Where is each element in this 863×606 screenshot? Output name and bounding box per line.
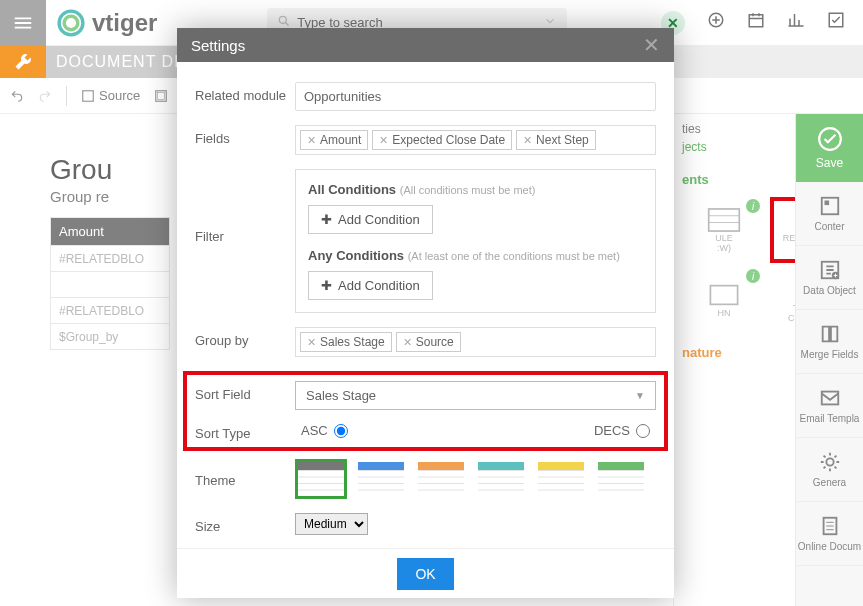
svg-rect-18 (710, 286, 737, 305)
info-badge-icon: i (746, 269, 760, 283)
filter-any-title: Any Conditions (308, 248, 404, 263)
label-size: Size (195, 513, 295, 535)
filter-box: All Conditions (All conditions must be m… (295, 169, 656, 313)
tasks-icon[interactable] (827, 11, 845, 34)
svg-rect-3 (749, 15, 763, 27)
sort-highlight: Sort Field Sales Stage ▼ Sort Type ASC D… (183, 371, 668, 451)
ok-button[interactable]: OK (397, 558, 453, 590)
remove-chip-icon[interactable]: ✕ (403, 336, 412, 349)
settings-modal: Settings ✕ Related module Opportunities … (177, 28, 674, 598)
theme-picker (295, 459, 656, 499)
fields-multiselect[interactable]: ✕Amount ✕Expected Close Date ✕Next Step (295, 125, 656, 155)
plus-icon: ✚ (321, 278, 332, 293)
svg-rect-23 (821, 198, 838, 215)
modal-close-button[interactable]: ✕ (643, 33, 660, 57)
top-icons: ✕ (661, 11, 863, 35)
label-group-by: Group by (195, 327, 295, 357)
toolbar-merge-fields[interactable]: Merge Fields (796, 310, 864, 374)
remove-chip-icon[interactable]: ✕ (379, 134, 388, 147)
theme-yellow[interactable] (535, 459, 587, 499)
sort-asc-radio[interactable]: ASC (301, 423, 348, 438)
plus-icon: ✚ (321, 212, 332, 227)
filter-all-title: All Conditions (308, 182, 396, 197)
label-theme: Theme (195, 459, 295, 499)
chevron-down-icon: ▼ (635, 390, 645, 401)
hamburger-icon (12, 12, 34, 34)
modal-footer: OK (177, 548, 674, 598)
add-any-condition-button[interactable]: ✚Add Condition (308, 271, 433, 300)
separator (66, 86, 67, 106)
group-by-multiselect[interactable]: ✕Sales Stage ✕Source (295, 327, 656, 357)
wrench-icon[interactable] (0, 46, 46, 78)
brand-name: vtiger (92, 9, 157, 37)
toolbar-content[interactable]: Conter (796, 182, 864, 246)
modal-body: Related module Opportunities Fields ✕Amo… (177, 62, 674, 548)
filter-any-hint: (At least one of the conditions must be … (408, 250, 620, 262)
theme-teal[interactable] (475, 459, 527, 499)
brand-logo: vtiger (54, 6, 157, 40)
toolbar-general[interactable]: Genera (796, 438, 864, 502)
right-toolbar: Save Conter Data Object Merge Fields Ema… (795, 114, 863, 606)
svg-rect-8 (709, 209, 740, 231)
label-fields: Fields (195, 125, 295, 155)
table-row: #RELATEDBLO (51, 297, 169, 323)
svg-rect-7 (158, 92, 165, 99)
tab-properties[interactable]: ties (682, 122, 701, 136)
sort-field-select[interactable]: Sales Stage ▼ (295, 381, 656, 410)
calendar-icon[interactable] (747, 11, 765, 34)
table-header: Amount (51, 218, 169, 245)
svg-rect-27 (821, 392, 838, 405)
save-button[interactable]: Save (796, 114, 864, 182)
field-chip[interactable]: ✕Next Step (516, 130, 596, 150)
label-filter: Filter (195, 169, 295, 313)
add-all-condition-button[interactable]: ✚Add Condition (308, 205, 433, 234)
toolbar-data-objects[interactable]: Data Object (796, 246, 864, 310)
theme-green[interactable] (595, 459, 647, 499)
plus-icon[interactable] (707, 11, 725, 34)
theme-gray[interactable] (295, 459, 347, 499)
toolbar-email-template[interactable]: Email Templa (796, 374, 864, 438)
theme-orange[interactable] (415, 459, 467, 499)
menu-toggle-button[interactable] (0, 0, 46, 46)
svg-point-28 (826, 458, 833, 465)
remove-chip-icon[interactable]: ✕ (307, 336, 316, 349)
modal-header: Settings ✕ (177, 28, 674, 62)
remove-chip-icon[interactable]: ✕ (307, 134, 316, 147)
sort-desc-radio[interactable]: DECS (594, 423, 650, 438)
component-rel-module[interactable]: i ULE :W) (682, 197, 766, 263)
component-hn[interactable]: i HN (682, 267, 766, 333)
groupby-chip[interactable]: ✕Source (396, 332, 461, 352)
filter-all-hint: (All conditions must be met) (400, 184, 536, 196)
groupby-chip[interactable]: ✕Sales Stage (300, 332, 392, 352)
svg-line-1 (286, 23, 289, 26)
logo-icon (54, 6, 88, 40)
remove-chip-icon[interactable]: ✕ (523, 134, 532, 147)
table-row: $Group_by (51, 323, 169, 349)
toolbar-online-docs[interactable]: Online Docum (796, 502, 864, 566)
modal-title: Settings (191, 37, 245, 54)
table-row (51, 271, 169, 297)
label-sort-field: Sort Field (195, 381, 295, 410)
preview-table[interactable]: Amount #RELATEDBLO #RELATEDBLO $Group_by (50, 217, 170, 350)
svg-rect-24 (824, 201, 829, 206)
svg-point-0 (280, 16, 287, 23)
field-chip[interactable]: ✕Expected Close Date (372, 130, 512, 150)
template-button[interactable] (154, 89, 168, 103)
info-badge-icon: i (746, 199, 760, 213)
undo-button[interactable] (10, 89, 24, 103)
label-sort-type: Sort Type (195, 420, 295, 441)
field-chip[interactable]: ✕Amount (300, 130, 368, 150)
source-button[interactable]: Source (81, 88, 140, 103)
svg-rect-5 (83, 90, 94, 101)
size-select[interactable]: Medium (295, 513, 368, 535)
redo-button[interactable] (38, 89, 52, 103)
table-row: #RELATEDBLO (51, 245, 169, 271)
reports-icon[interactable] (787, 11, 805, 34)
related-module-select[interactable]: Opportunities (295, 82, 656, 111)
theme-blue[interactable] (355, 459, 407, 499)
label-related-module: Related module (195, 82, 295, 111)
